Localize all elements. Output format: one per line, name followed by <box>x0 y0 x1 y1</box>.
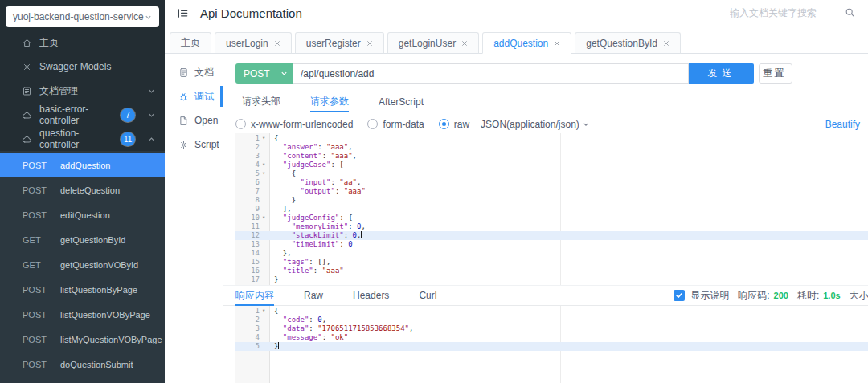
chevron-down-icon[interactable] <box>148 112 155 119</box>
endpoint-listQuestionVOByPage[interactable]: POSTlistQuestionVOByPage <box>0 302 165 327</box>
tab-getLoginUser[interactable]: getLoginUser <box>387 32 479 54</box>
editor-line[interactable]: 14 }, <box>235 249 868 258</box>
close-icon[interactable] <box>366 40 373 47</box>
endpoint-deleteQuestion[interactable]: POSTdeleteQuestion <box>0 177 165 202</box>
endpoint-getQuestionVOById[interactable]: GETgetQuestionVOById <box>0 252 165 277</box>
editor-line[interactable]: 16 "title": "aaa" <box>235 267 868 275</box>
editor-line[interactable]: 12 "stackLimit": 0, <box>235 231 868 240</box>
request-tab-params[interactable]: 请求参数 <box>310 92 349 112</box>
chevron-up-icon[interactable] <box>148 136 155 143</box>
request-tab-afterscript[interactable]: AfterScript <box>379 92 424 112</box>
fold-toggle-icon[interactable]: ▾ <box>260 307 268 316</box>
endpoint-addQuestion[interactable]: POSTaddQuestion <box>0 153 165 177</box>
editor-line[interactable]: 2 "answer": "aaa", <box>235 143 868 152</box>
method-select[interactable]: POST <box>235 63 293 84</box>
tab-label: getLoginUser <box>399 38 456 49</box>
tab-userLogin[interactable]: userLogin <box>215 32 292 54</box>
editor-line[interactable]: 15 "tags": [], <box>235 258 868 267</box>
line-number: 12 <box>235 231 269 240</box>
sidebar-item-label: Swagger Models <box>39 61 111 72</box>
response-body-editor[interactable]: 1▾{2 "code": 0,3 "data": "17065117158536… <box>235 306 868 383</box>
tab-home[interactable]: 主页 <box>170 32 211 54</box>
request-body-editor[interactable]: 1▾{2 "answer": "aaa",3 "content": "aaa",… <box>235 133 868 285</box>
response-tab-content[interactable]: 响应内容 <box>235 286 274 305</box>
editor-line[interactable]: 3 "data": "1706511715853668354", <box>235 324 868 333</box>
status-code-label: 响应码: <box>738 289 769 303</box>
response-tab-headers[interactable]: Headers <box>353 286 389 305</box>
fold-toggle-icon[interactable]: ▾ <box>260 169 268 178</box>
checkbox-show-description[interactable] <box>674 290 685 301</box>
endpoint-editQuestion[interactable]: POSTeditQuestion <box>0 202 165 227</box>
sidebar-item-doc-manage[interactable]: 文档管理 <box>0 79 165 103</box>
service-selector[interactable]: yuoj-backend-question-service <box>6 6 159 27</box>
editor-line[interactable]: 1▾{ <box>235 134 868 143</box>
sidebar-item-home[interactable]: 主页 <box>0 31 165 55</box>
endpoint-listMyQuestionVOByPage[interactable]: POSTlistMyQuestionVOByPage <box>0 327 165 352</box>
response-tab-curl[interactable]: Curl <box>419 286 436 305</box>
close-icon[interactable] <box>663 40 669 47</box>
debug-nav-debug[interactable]: 调试 <box>165 84 223 108</box>
editor-line[interactable]: 4 "message": "ok" <box>235 333 868 342</box>
radio-form-data[interactable]: form-data <box>367 119 424 130</box>
content-type-select[interactable]: JSON(application/json) <box>481 119 589 130</box>
search-input[interactable] <box>728 6 845 19</box>
fold-toggle-icon[interactable]: ▾ <box>260 214 268 222</box>
endpoint-method: POST <box>23 210 60 220</box>
doc-manage-icon <box>22 86 32 96</box>
endpoint-listQuestionByPage[interactable]: POSTlistQuestionByPage <box>0 277 165 302</box>
editor-line[interactable]: 13 "timeLimit": 0 <box>235 240 868 249</box>
line-number: 10▾ <box>235 214 269 222</box>
tab-userRegister[interactable]: userRegister <box>295 32 384 54</box>
debug-nav-script[interactable]: Script <box>165 132 223 157</box>
editor-line[interactable]: 10▾ "judgeConfig": { <box>235 214 868 222</box>
editor-line[interactable]: 3 "content": "aaa", <box>235 152 868 161</box>
fold-toggle-icon[interactable]: ▾ <box>260 161 268 169</box>
editor-line[interactable]: 6 "input": "aa", <box>235 178 868 187</box>
request-bar: POST 发送 重置 <box>235 63 792 84</box>
body-type-row: x-www-form-urlencodedform-dataraw JSON(a… <box>235 116 860 132</box>
fold-toggle-icon[interactable]: ▾ <box>260 134 268 143</box>
url-input[interactable] <box>293 63 689 84</box>
response-tab-raw[interactable]: Raw <box>304 286 323 305</box>
close-icon[interactable] <box>461 40 468 47</box>
editor-line[interactable]: 9 ], <box>235 205 868 214</box>
editor-line[interactable]: 8 } <box>235 196 868 205</box>
tab-addQuestion[interactable]: addQuestion <box>482 32 571 54</box>
line-number: 3 <box>235 152 269 161</box>
tab-label: 主页 <box>181 36 200 50</box>
editor-line[interactable]: 5▾ { <box>235 169 868 178</box>
editor-line[interactable]: 11 "memoryLimit": 0, <box>235 222 868 231</box>
content-type-value: JSON(application/json) <box>481 119 579 130</box>
debug-nav-open[interactable]: Open <box>165 108 223 132</box>
status-code-value: 200 <box>774 291 788 300</box>
tab-getQuestionById[interactable]: getQuestionById <box>575 32 681 54</box>
radio-icon <box>235 119 246 129</box>
close-icon[interactable] <box>554 40 560 47</box>
chevron-down-icon <box>145 14 152 21</box>
send-button[interactable]: 发送 <box>689 63 754 84</box>
radio-x-www-form-urlencoded[interactable]: x-www-form-urlencoded <box>235 119 353 130</box>
editor-line[interactable]: 2 "code": 0, <box>235 316 868 324</box>
request-tab-headers[interactable]: 请求头部 <box>242 92 280 112</box>
beautify-link[interactable]: Beautify <box>825 119 860 130</box>
sidebar-item-swagger-models[interactable]: Swagger Models <box>0 55 165 79</box>
radio-raw[interactable]: raw <box>439 119 469 130</box>
reset-button[interactable]: 重置 <box>759 63 792 84</box>
editor-line[interactable]: 7 "output": "aaa" <box>235 187 868 196</box>
close-icon[interactable] <box>274 40 280 47</box>
endpoint-getQuestionById[interactable]: GETgetQuestionById <box>0 227 165 252</box>
collapse-menu-icon[interactable] <box>177 7 189 19</box>
editor-line[interactable]: 5} <box>235 342 868 351</box>
endpoint-doQuestionSubmit[interactable]: POSTdoQuestionSubmit <box>0 352 165 377</box>
editor-line[interactable]: 4▾ "judgeCase": [ <box>235 161 868 169</box>
sidebar-item-question-controller[interactable]: question-controller11 <box>0 127 165 151</box>
debug-nav-doc[interactable]: 文档 <box>165 60 223 84</box>
search-icon[interactable] <box>845 7 855 18</box>
editor-line[interactable]: 1▾{ <box>235 307 868 316</box>
editor-line[interactable]: 17} <box>235 275 868 284</box>
request-tabs: 请求头部请求参数AfterScript <box>223 92 868 112</box>
debug-nav-label: 文档 <box>194 66 214 79</box>
controller-icon <box>22 110 32 120</box>
chevron-down-icon[interactable] <box>148 88 155 95</box>
sidebar-item-basic-error-controller[interactable]: basic-error-controller7 <box>0 103 165 127</box>
